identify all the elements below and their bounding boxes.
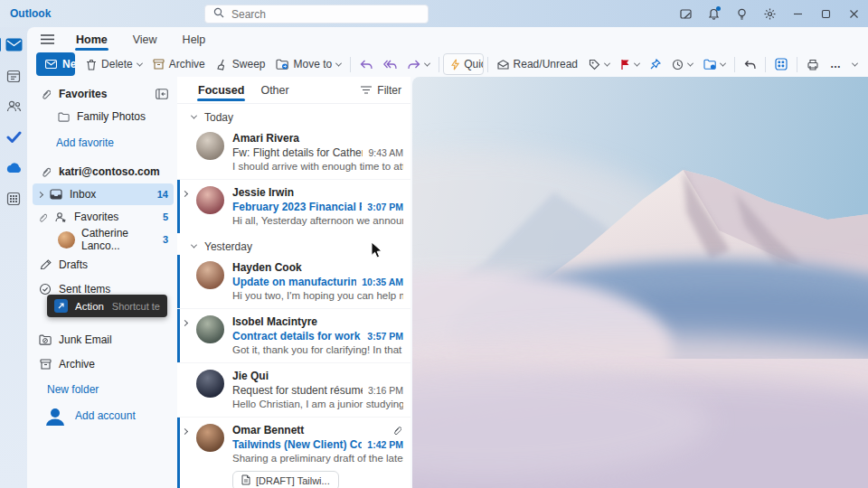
unread-indicator (177, 309, 180, 362)
unread-indicator (177, 418, 180, 488)
avatar (196, 186, 224, 214)
new-folder-link[interactable]: New folder (33, 379, 174, 400)
filter-icon (361, 84, 372, 97)
add-favorite-link[interactable]: Add favorite (33, 132, 174, 154)
expand-conversation-icon[interactable] (182, 428, 188, 435)
maximize-button[interactable] (812, 0, 840, 27)
folder-junk-email[interactable]: Junk Email (33, 329, 174, 351)
chevron-down-icon (191, 113, 197, 119)
action-tooltip: Action Shortcut te (47, 295, 167, 317)
rail-todo-icon[interactable] (4, 127, 24, 146)
quick-steps-button[interactable]: Quick steps (443, 53, 483, 75)
delete-button[interactable]: Delete (80, 53, 147, 75)
attachment-paperclip-icon (392, 425, 401, 438)
folder-archive[interactable]: Archive (33, 353, 174, 375)
reply-all-icon[interactable] (378, 53, 402, 75)
avatar (196, 132, 224, 160)
folder-pane: Favorites Family Photos Add favorite kat… (27, 77, 177, 488)
notes-icon[interactable] (672, 0, 700, 27)
folder-family-photos[interactable]: Family Photos (33, 106, 174, 127)
message-row[interactable]: Omar Bennett Tailwinds (New Client) Cont… (177, 417, 410, 488)
move-to-folder-icon (276, 59, 288, 70)
avatar (196, 261, 224, 289)
people-star-icon (53, 211, 68, 223)
message-row[interactable]: Hayden Cook Update on manufacturing plan… (177, 255, 410, 308)
minimize-button[interactable] (784, 0, 812, 27)
mountain-photo (412, 77, 868, 488)
search-icon (213, 7, 224, 21)
message-row[interactable]: Isobel Macintyre Contract details for wo… (177, 308, 410, 362)
undo-button[interactable] (739, 53, 761, 75)
print-button[interactable] (801, 53, 825, 75)
paperclip-icon (38, 166, 52, 177)
flag-button[interactable] (615, 53, 645, 75)
rail-calendar-icon[interactable] (4, 66, 24, 85)
archive-button[interactable]: Archive (147, 53, 211, 75)
close-button[interactable] (840, 0, 868, 27)
rail-apps-icon[interactable] (4, 189, 24, 208)
folder-catherine[interactable]: Catherine Lanco... 3 (33, 229, 174, 250)
sweep-button[interactable]: Sweep (211, 53, 271, 75)
more-options-button[interactable]: … (825, 53, 847, 75)
unread-count-badge: 14 (157, 189, 168, 200)
read-unread-button[interactable]: Read/Unread (492, 53, 583, 75)
sweep-broom-icon (216, 59, 228, 70)
expand-conversation-icon[interactable] (182, 191, 188, 197)
add-account-button[interactable]: Add account (33, 402, 174, 429)
snooze-clock-button[interactable] (666, 53, 698, 75)
folder-favorites-people[interactable]: Favorites 5 (33, 206, 174, 228)
message-row[interactable]: Amari Rivera Fw: Flight details for Cath… (177, 126, 410, 179)
tab-focused[interactable]: Focused (190, 77, 252, 103)
avatar (196, 315, 224, 343)
tips-lightbulb-icon[interactable] (728, 0, 756, 27)
rail-mail-icon[interactable] (4, 35, 24, 54)
hamburger-menu-icon[interactable] (34, 30, 60, 50)
list-header: Focused Other Filter (177, 77, 410, 104)
notifications-bell-icon[interactable] (700, 0, 728, 27)
avatar (196, 370, 224, 398)
account-header[interactable]: katri@contoso.com (33, 161, 174, 183)
message-row[interactable]: Jessie Irwin February 2023 Financial Res… (177, 179, 410, 233)
archive-box-icon (38, 359, 52, 370)
favorites-header[interactable]: Favorites (33, 83, 174, 105)
document-icon (241, 474, 250, 487)
tab-other[interactable]: Other (252, 77, 297, 103)
reply-icon[interactable] (354, 53, 378, 75)
search-box[interactable] (204, 5, 429, 23)
expand-conversation-icon[interactable] (182, 320, 188, 326)
settings-gear-icon[interactable] (756, 0, 784, 27)
forward-icon[interactable] (402, 53, 435, 75)
rail-people-icon[interactable] (4, 97, 24, 116)
pin-button[interactable] (645, 53, 666, 75)
chevron-down-icon (191, 242, 197, 249)
rules-folder-button[interactable] (698, 53, 731, 75)
move-to-button[interactable]: Move to (270, 53, 346, 75)
lightning-icon (451, 59, 459, 70)
apps-grid-button[interactable] (769, 53, 793, 75)
tab-home[interactable]: Home (63, 27, 120, 52)
action-icon (54, 299, 68, 313)
attachment-chip[interactable]: [DRAFT] Tailwi... (232, 471, 339, 488)
avatar (196, 424, 224, 452)
add-account-avatar-icon (43, 405, 66, 427)
rail-onedrive-icon[interactable] (4, 158, 24, 177)
expand-chevron-icon[interactable] (37, 191, 43, 197)
read-unread-icon (497, 60, 509, 70)
search-input[interactable] (231, 8, 403, 21)
tag-button[interactable] (583, 53, 615, 75)
notification-dot (716, 6, 721, 11)
folder-drafts[interactable]: Drafts (33, 254, 174, 276)
junk-folder-icon (38, 334, 52, 345)
message-row[interactable]: Jie Qui Request for student résumé revie… (177, 362, 410, 417)
filter-button[interactable]: Filter (361, 84, 401, 97)
group-header-today[interactable]: Today (177, 108, 410, 126)
collapse-pane-icon[interactable] (156, 89, 168, 99)
message-list: Focused Other Filter Today Amari Rivera … (177, 77, 410, 488)
paperclip-icon (38, 212, 47, 222)
tab-view[interactable]: View (120, 27, 170, 52)
tab-help[interactable]: Help (170, 27, 219, 52)
folder-inbox[interactable]: Inbox 14 (33, 183, 174, 205)
ribbon-collapse-chevron[interactable] (847, 53, 863, 75)
folder-icon (56, 112, 71, 122)
new-mail-button[interactable]: New Mail (36, 52, 75, 76)
